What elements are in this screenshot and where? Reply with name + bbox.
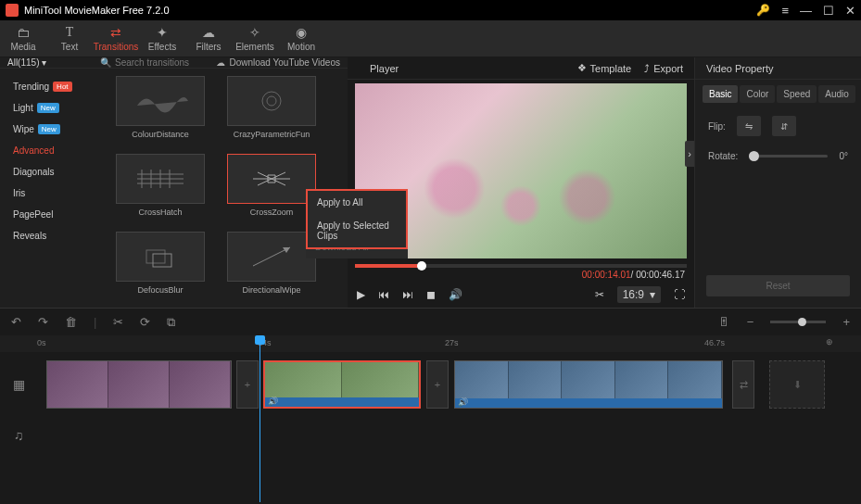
elements-icon: ✧ [249, 25, 260, 40]
progress-handle[interactable] [417, 261, 426, 271]
flip-label: Flip: [708, 121, 726, 132]
prop-tab-speed[interactable]: Speed [777, 85, 817, 103]
key-icon[interactable]: 🔑 [756, 4, 770, 17]
maximize-icon[interactable]: ☐ [823, 4, 834, 18]
zoom-out-button[interactable]: − [747, 315, 754, 329]
sidebar-item-diagonals[interactable]: Diagonals [0, 161, 102, 183]
properties-title: Video Property [695, 57, 861, 80]
aspect-ratio-dropdown[interactable]: 16:9▾ [617, 286, 661, 303]
export-button[interactable]: ⤴Export [644, 63, 683, 74]
player-panel: Player ❖Template ⤴Export 00:00:14.01 / 0… [348, 57, 694, 308]
drop-clip-slot[interactable]: ⬇ [769, 360, 825, 409]
transition-slot-3[interactable]: ⇄ [732, 360, 754, 409]
transition-crosshatch[interactable]: CrossHatch [109, 154, 211, 226]
sidebar-item-trending[interactable]: TrendingHot [0, 76, 102, 97]
new-badge: New [38, 124, 60, 134]
search-input[interactable]: 🔍Search transitions [100, 57, 216, 68]
audio-track-icon: ♫ [0, 417, 37, 454]
fullscreen-button[interactable]: ⛶ [674, 288, 685, 301]
clip-2[interactable]: 🔊 [263, 360, 421, 409]
flip-vertical-button[interactable]: ⇵ [772, 116, 796, 136]
tab-transitions[interactable]: ⇄Transitions [93, 20, 139, 57]
total-time: / 00:00:46.17 [631, 270, 685, 280]
zoom-slider[interactable] [770, 321, 826, 323]
audio-track[interactable] [37, 417, 861, 454]
transitions-icon: ⇄ [110, 25, 121, 40]
tab-effects[interactable]: ✦Effects [139, 20, 185, 57]
current-time: 00:00:14.01 [582, 270, 631, 280]
svg-rect-15 [146, 250, 165, 263]
category-dropdown[interactable]: All(115) ▾ [7, 57, 100, 68]
rotate-label: Rotate: [708, 151, 738, 161]
crop-button[interactable]: ⧉ [167, 315, 175, 330]
redo-button[interactable]: ↷ [38, 315, 48, 329]
template-button[interactable]: ❖Template [577, 62, 632, 74]
transition-defocusblur[interactable]: DefocusBlur [109, 232, 211, 304]
tab-filters[interactable]: ☁Filters [185, 20, 232, 57]
template-icon: ❖ [577, 62, 587, 74]
zoom-in-button[interactable]: + [842, 315, 850, 329]
transition-slot-1[interactable]: + [236, 360, 259, 409]
download-youtube-button[interactable]: ☁Download YouTube Videos [216, 57, 340, 68]
sidebar-item-pagepeel[interactable]: PagePeel [0, 204, 102, 225]
transition-crazyparametricfun[interactable]: CrazyParametricFun [221, 76, 323, 148]
properties-panel: Video Property Basic Color Speed Audio F… [694, 57, 861, 308]
transition-colourdistance[interactable]: ColourDistance [109, 76, 211, 148]
progress-bar[interactable] [355, 264, 687, 268]
speed-button[interactable]: ⟳ [140, 315, 150, 329]
sidebar-item-iris[interactable]: Iris [0, 183, 102, 204]
sidebar-item-advanced[interactable]: Advanced [0, 140, 102, 161]
titlebar: MiniTool MovieMaker Free 7.2.0 🔑 ≡ — ☐ ✕ [0, 0, 861, 20]
reset-button[interactable]: Reset [706, 275, 850, 296]
menu-icon[interactable]: ≡ [781, 4, 789, 18]
sidebar-item-reveals[interactable]: Reveals [0, 225, 102, 246]
flip-horizontal-button[interactable]: ⇋ [737, 116, 761, 136]
new-badge: New [37, 103, 59, 113]
app-logo [6, 4, 19, 17]
browser-panel: All(115) ▾ 🔍Search transitions ☁Download… [0, 57, 348, 308]
next-frame-button[interactable]: ⏭ [402, 288, 413, 301]
toolbar: 🗀Media TText ⇄Transitions ✦Effects ☁Filt… [0, 20, 861, 57]
scissors-icon[interactable]: ✂ [595, 288, 604, 301]
split-button[interactable]: ✂ [113, 315, 123, 329]
play-button[interactable]: ▶ [357, 288, 365, 301]
collapse-props-handle[interactable]: › [685, 141, 694, 167]
tab-motion[interactable]: ◉Motion [278, 20, 324, 57]
context-menu: Apply to All Apply to Selected Clips [306, 189, 408, 249]
timeline-audio-icon[interactable]: 🎚 [718, 315, 730, 329]
sidebar: TrendingHot LightNew WipeNew Advanced Di… [0, 69, 102, 311]
speaker-icon: 🔊 [458, 397, 468, 407]
playhead[interactable] [260, 335, 260, 502]
timeline-toolbar: ↶ ↷ 🗑 | ✂ ⟳ ⧉ 🎚 − + [0, 308, 861, 335]
minimize-icon[interactable]: — [800, 4, 812, 18]
rotate-value: 0° [839, 151, 848, 161]
add-track-button[interactable]: ⊕ [826, 337, 833, 346]
context-apply-all[interactable]: Apply to All [308, 191, 406, 214]
timeline-ruler[interactable]: 0s 14s 27s 46.7s ⊕ [0, 335, 861, 352]
app-title: MiniTool MovieMaker Free 7.2.0 [24, 5, 756, 16]
sidebar-item-wipe[interactable]: WipeNew [0, 119, 102, 140]
filters-icon: ☁ [202, 25, 215, 40]
transition-slot-2[interactable]: + [426, 360, 449, 409]
clip-3[interactable]: 🔊 [454, 360, 723, 409]
cloud-download-icon: ☁ [216, 57, 225, 68]
prop-tab-basic[interactable]: Basic [703, 85, 738, 103]
prop-tab-audio[interactable]: Audio [818, 85, 855, 103]
close-icon[interactable]: ✕ [845, 4, 855, 18]
prev-frame-button[interactable]: ⏮ [378, 288, 389, 301]
video-track[interactable]: + 🔊 + 🔊 ⇄ ⬇ [37, 352, 861, 417]
delete-button[interactable]: 🗑 [65, 315, 77, 329]
timeline: 0s 14s 27s 46.7s ⊕ ▦ ♫ + 🔊 + 🔊 ⇄ ⬇ [0, 335, 861, 502]
tab-media[interactable]: 🗀Media [0, 20, 46, 57]
context-apply-selected[interactable]: Apply to Selected Clips [308, 214, 406, 247]
stop-button[interactable]: ◼ [426, 288, 436, 301]
rotate-slider[interactable] [749, 155, 828, 158]
clip-1[interactable] [46, 360, 232, 409]
prop-tab-color[interactable]: Color [740, 85, 775, 103]
sidebar-item-light[interactable]: LightNew [0, 97, 102, 119]
volume-button[interactable]: 🔊 [449, 288, 462, 301]
tab-text[interactable]: TText [46, 20, 93, 57]
folder-icon: 🗀 [17, 25, 30, 40]
undo-button[interactable]: ↶ [11, 315, 21, 329]
tab-elements[interactable]: ✧Elements [232, 20, 278, 57]
